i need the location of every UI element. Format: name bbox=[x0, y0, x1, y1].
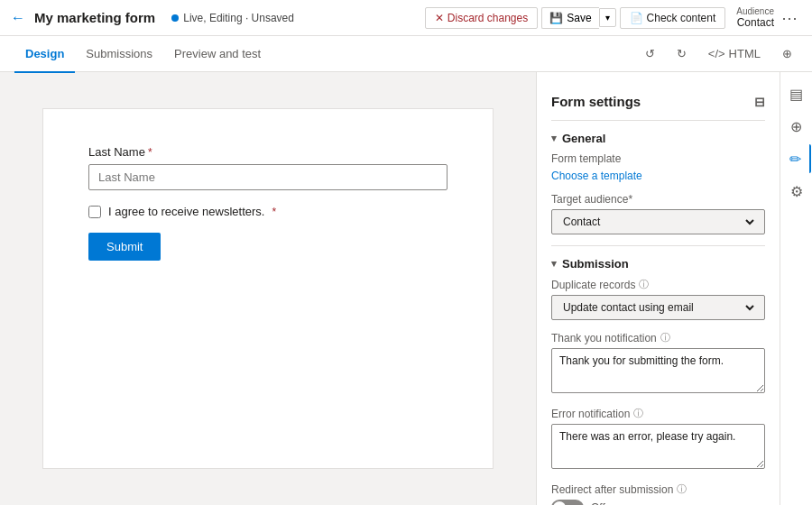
submission-section-header[interactable]: ▾ Submission bbox=[551, 250, 765, 278]
settings-panel: Form settings ⊟ ▾ General Form template … bbox=[537, 72, 780, 505]
duplicate-records-dropdown[interactable]: Update contact using email bbox=[551, 295, 765, 320]
tab-preview-test[interactable]: Preview and test bbox=[163, 37, 272, 73]
thankyou-info-icon[interactable]: ⓘ bbox=[660, 331, 670, 344]
submission-chevron-icon: ▾ bbox=[551, 258, 557, 270]
divider-2 bbox=[551, 245, 765, 246]
general-section-header[interactable]: ▾ General bbox=[551, 124, 765, 152]
newsletter-checkbox-row: I agree to receive newsletters. * bbox=[88, 205, 448, 218]
discard-icon: ✕ bbox=[435, 12, 444, 24]
duplicate-info-icon[interactable]: ⓘ bbox=[639, 278, 649, 291]
save-icon: 💾 bbox=[549, 12, 563, 24]
duplicate-records-row: Duplicate records ⓘ Update contact using… bbox=[551, 278, 765, 320]
tab-submissions[interactable]: Submissions bbox=[75, 37, 163, 73]
subnav-right: ↺ ↻ </> HTML ⊕ bbox=[640, 43, 798, 64]
error-info-icon[interactable]: ⓘ bbox=[633, 407, 643, 420]
error-notification-row: Error notification ⓘ There was an error,… bbox=[551, 407, 765, 472]
target-audience-select[interactable]: Contact bbox=[559, 215, 757, 229]
redo-button[interactable]: ↻ bbox=[671, 43, 692, 64]
redirect-toggle[interactable] bbox=[551, 500, 584, 505]
save-button[interactable]: 💾 Save bbox=[541, 7, 598, 29]
redirect-info-icon[interactable]: ⓘ bbox=[677, 482, 687, 496]
add-element-button[interactable]: ⊕ bbox=[782, 112, 811, 141]
save-button-group: 💾 Save ▾ bbox=[541, 7, 615, 29]
layers-icon-button[interactable]: ▤ bbox=[782, 79, 811, 108]
subnav: Design Submissions Preview and test ↺ ↻ … bbox=[0, 36, 812, 72]
divider-1 bbox=[551, 120, 765, 121]
required-indicator: * bbox=[148, 146, 152, 159]
html-icon: </> bbox=[708, 47, 725, 60]
more-options-button[interactable]: ⋯ bbox=[778, 5, 801, 32]
html-button[interactable]: </> HTML bbox=[703, 43, 766, 64]
discard-changes-button[interactable]: ✕ Discard changes bbox=[425, 7, 538, 29]
error-notification-label: Error notification ⓘ bbox=[551, 407, 765, 420]
form-card: Last Name * I agree to receive newslette… bbox=[42, 108, 494, 469]
toggle-slider bbox=[551, 500, 584, 505]
target-audience-row: Target audience* Contact bbox=[551, 193, 765, 234]
duplicate-records-label: Duplicate records ⓘ bbox=[551, 278, 765, 291]
topbar: ← My marketing form Live, Editing · Unsa… bbox=[0, 0, 812, 36]
newsletter-label: I agree to receive newsletters. bbox=[108, 205, 264, 218]
target-audience-label: Target audience* bbox=[551, 193, 765, 206]
thankyou-label: Thank you notification ⓘ bbox=[551, 331, 765, 344]
last-name-label: Last Name * bbox=[88, 145, 448, 159]
status-dot-icon bbox=[171, 14, 179, 22]
check-content-button[interactable]: 📄 Check content bbox=[620, 7, 726, 29]
collapse-icon[interactable]: ⊟ bbox=[754, 95, 765, 109]
duplicate-records-select[interactable]: Update contact using email bbox=[559, 300, 757, 315]
edit-button[interactable]: ✏ bbox=[782, 144, 811, 173]
settings-icon-button[interactable]: ⚙ bbox=[782, 177, 811, 206]
choose-template-link[interactable]: Choose a template bbox=[551, 170, 642, 182]
submit-button[interactable]: Submit bbox=[88, 233, 161, 261]
audience-button[interactable]: ⊕ bbox=[777, 43, 798, 64]
last-name-field-group: Last Name * bbox=[88, 145, 448, 190]
audience-info: Audience Contact bbox=[736, 6, 774, 29]
newsletter-checkbox[interactable] bbox=[88, 206, 101, 218]
canvas: Last Name * I agree to receive newslette… bbox=[0, 72, 536, 505]
page-title: My marketing form bbox=[34, 10, 155, 25]
thankyou-textarea[interactable]: Thank you for submitting the form. bbox=[551, 348, 765, 393]
side-icon-panel: ▤ ⊕ ✏ ⚙ bbox=[780, 72, 812, 505]
topbar-actions: ✕ Discard changes 💾 Save ▾ 📄 Check conte… bbox=[425, 5, 801, 32]
redirect-label: Redirect after submission ⓘ bbox=[551, 482, 765, 496]
check-content-icon: 📄 bbox=[630, 12, 643, 24]
main-layout: Last Name * I agree to receive newslette… bbox=[0, 72, 812, 505]
redirect-off-label: Off bbox=[591, 501, 605, 505]
back-button[interactable]: ← bbox=[11, 10, 25, 26]
status-badge: Live, Editing · Unsaved bbox=[171, 12, 294, 24]
redirect-toggle-row: Off bbox=[551, 500, 765, 505]
redirect-row: Redirect after submission ⓘ Off bbox=[551, 482, 765, 505]
form-template-row: Form template Choose a template bbox=[551, 152, 765, 182]
thankyou-row: Thank you notification ⓘ Thank you for s… bbox=[551, 331, 765, 396]
settings-title: Form settings ⊟ bbox=[551, 83, 765, 116]
checkbox-required-indicator: * bbox=[272, 206, 276, 218]
save-dropdown-button[interactable]: ▾ bbox=[599, 8, 616, 27]
tab-design[interactable]: Design bbox=[14, 37, 75, 73]
status-text: Live, Editing · Unsaved bbox=[183, 12, 294, 24]
undo-button[interactable]: ↺ bbox=[640, 43, 660, 64]
general-chevron-icon: ▾ bbox=[551, 133, 557, 144]
form-template-label: Form template bbox=[551, 152, 765, 165]
right-panel: Form settings ⊟ ▾ General Form template … bbox=[536, 72, 780, 505]
last-name-input[interactable] bbox=[88, 164, 448, 190]
error-textarea[interactable]: There was an error, please try again. bbox=[551, 424, 765, 469]
target-audience-dropdown[interactable]: Contact bbox=[551, 209, 765, 234]
